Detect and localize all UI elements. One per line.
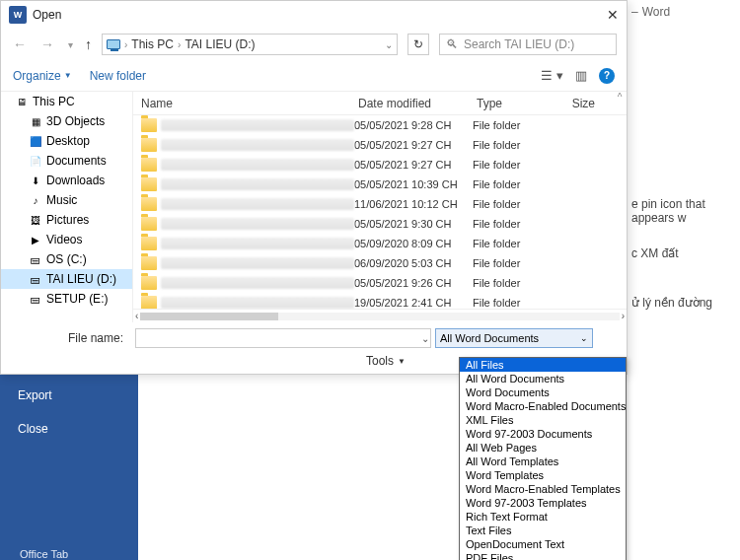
horizontal-scrollbar[interactable]: ‹ › xyxy=(133,309,627,322)
file-list: ^ Name Date modified Type Size 05/05/202… xyxy=(133,92,627,322)
refresh-button[interactable]: ↻ xyxy=(407,34,429,55)
sidebar-item-label: OS (C:) xyxy=(46,252,87,266)
help-button[interactable]: ? xyxy=(599,68,615,84)
filter-option[interactable]: OpenDocument Text xyxy=(460,537,626,551)
pics-icon: 🖼 xyxy=(29,214,42,226)
table-row[interactable]: 05/05/2021 9:27 CH File folder xyxy=(133,135,627,155)
col-name[interactable]: Name xyxy=(141,97,358,110)
cell-type: File folder xyxy=(473,119,561,131)
filter-option[interactable]: Word 97-2003 Documents xyxy=(460,427,626,441)
table-row[interactable]: 05/05/2021 9:30 CH File folder xyxy=(133,214,627,234)
close-button[interactable]: ✕ xyxy=(607,7,619,23)
search-input[interactable]: 🔍︎ Search TAI LIEU (D:) xyxy=(439,34,617,55)
table-row[interactable]: 05/09/2020 8:09 CH File folder xyxy=(133,234,627,253)
table-row[interactable]: 05/05/2021 9:26 CH File folder xyxy=(133,273,627,293)
table-row[interactable]: 19/05/2021 2:41 CH File folder xyxy=(133,293,627,309)
sidebar-item-label: Music xyxy=(46,193,77,207)
sidebar-item[interactable]: ▦3D Objects xyxy=(1,111,132,131)
scroll-right-icon[interactable]: › xyxy=(622,311,625,321)
filter-option[interactable]: Word Macro-Enabled Documents xyxy=(460,399,626,413)
preview-pane-button[interactable]: ▥ xyxy=(575,68,587,83)
sidebar-item[interactable]: 🖼Pictures xyxy=(1,210,132,230)
back-button[interactable]: ← xyxy=(11,35,29,54)
filter-option[interactable]: All Word Documents xyxy=(460,372,626,385)
tools-button[interactable]: Tools ▼ xyxy=(366,354,406,368)
3d-icon: ▦ xyxy=(29,115,42,127)
filter-option[interactable]: XML Files xyxy=(460,413,626,427)
backstage-export[interactable]: Export xyxy=(0,379,138,412)
address-bar[interactable]: › This PC › TAI LIEU (D:) ⌄ xyxy=(102,34,398,55)
scroll-up-icon[interactable]: ^ xyxy=(613,92,627,103)
filter-option[interactable]: Word 97-2003 Templates xyxy=(460,496,626,510)
sidebar-item[interactable]: 🖴SETUP (E:) xyxy=(1,289,132,309)
drive-icon: 🖴 xyxy=(29,273,42,285)
recent-dropdown[interactable]: ▾ xyxy=(66,37,75,52)
folder-icon xyxy=(141,138,157,152)
chevron-down-icon: ▼ xyxy=(398,357,406,366)
file-name-redacted xyxy=(161,119,354,131)
toolbar: Organize▼ New folder ☰ ▾ ▥ ? xyxy=(1,60,627,92)
column-headers: Name Date modified Type Size xyxy=(133,92,627,115)
backstage-close[interactable]: Close xyxy=(0,412,138,446)
table-row[interactable]: 05/05/2021 9:27 CH File folder xyxy=(133,155,627,175)
backstage-office-tab[interactable]: Office Tab xyxy=(20,548,68,560)
sidebar-item[interactable]: ♪Music xyxy=(1,190,132,210)
filename-input[interactable] xyxy=(135,328,431,348)
sidebar-item[interactable]: 🖴TAI LIEU (D:) xyxy=(1,269,132,289)
table-row[interactable]: 05/05/2021 9:28 CH File folder xyxy=(133,115,627,135)
organize-button[interactable]: Organize▼ xyxy=(13,69,72,83)
col-size[interactable]: Size xyxy=(565,97,605,110)
file-type-dropdown[interactable]: All FilesAll Word DocumentsWord Document… xyxy=(459,357,627,560)
sidebar-item[interactable]: ⬇Downloads xyxy=(1,171,132,190)
path-dropdown-icon[interactable]: ⌄ xyxy=(385,39,393,50)
sidebar-item[interactable]: 🖴OS (C:) xyxy=(1,249,132,269)
filter-option[interactable]: PDF Files xyxy=(460,551,626,560)
scroll-left-icon[interactable]: ‹ xyxy=(135,311,138,321)
file-type-filter[interactable]: All Word Documents ⌄ xyxy=(435,328,593,348)
table-row[interactable]: 06/09/2020 5:03 CH File folder xyxy=(133,253,627,273)
filter-option[interactable]: All Web Pages xyxy=(460,441,626,455)
sidebar-item-label: Desktop xyxy=(46,134,90,148)
col-date[interactable]: Date modified xyxy=(358,97,477,110)
table-row[interactable]: 11/06/2021 10:12 CH File folder xyxy=(133,194,627,214)
cell-date: 05/05/2021 9:28 CH xyxy=(354,119,473,131)
app-title-suffix: Word xyxy=(642,5,670,19)
new-folder-button[interactable]: New folder xyxy=(90,69,146,83)
desktop-icon: 🟦 xyxy=(29,135,42,147)
filter-option[interactable]: Word Templates xyxy=(460,468,626,482)
breadcrumb-drive[interactable]: TAI LIEU (D:) xyxy=(185,37,255,51)
sidebar-item-label: 3D Objects xyxy=(46,114,105,128)
filename-dropdown-icon[interactable]: ⌄ xyxy=(421,333,429,344)
cell-type: File folder xyxy=(473,139,561,151)
filter-option[interactable]: Text Files xyxy=(460,524,626,537)
sidebar-item-label: Documents xyxy=(46,154,107,168)
sidebar-item[interactable]: 📄Documents xyxy=(1,151,132,171)
filter-option[interactable]: Word Macro-Enabled Templates xyxy=(460,482,626,496)
cell-date: 06/09/2020 5:03 CH xyxy=(354,257,473,269)
table-row[interactable]: 05/05/2021 10:39 CH File folder xyxy=(133,175,627,194)
filter-option[interactable]: Word Documents xyxy=(460,385,626,399)
sidebar-item[interactable]: 🖥This PC xyxy=(1,92,132,111)
nav-tree: 🖥This PC▦3D Objects🟦Desktop📄Documents⬇Do… xyxy=(1,92,133,322)
search-icon: 🔍︎ xyxy=(446,37,458,51)
sidebar-item-label: Videos xyxy=(46,233,82,246)
pc-icon xyxy=(107,39,120,49)
folder-icon xyxy=(141,237,157,250)
view-mode-button[interactable]: ☰ ▾ xyxy=(541,68,563,83)
down-icon: ⬇ xyxy=(29,175,42,186)
chevron-right-icon: › xyxy=(178,39,181,50)
up-button[interactable]: ↑ xyxy=(85,36,92,52)
forward-button[interactable]: → xyxy=(38,35,56,54)
breadcrumb-this-pc[interactable]: This PC xyxy=(131,37,174,51)
file-name-redacted xyxy=(161,257,354,269)
sidebar-item-label: TAI LIEU (D:) xyxy=(46,272,116,286)
filter-option[interactable]: Rich Text Format xyxy=(460,510,626,524)
filter-option[interactable]: All Word Templates xyxy=(460,455,626,468)
scroll-track[interactable] xyxy=(140,313,619,320)
col-type[interactable]: Type xyxy=(477,97,565,110)
sidebar-item[interactable]: ▶Videos xyxy=(1,230,132,249)
scroll-thumb[interactable] xyxy=(140,313,278,320)
file-name-redacted xyxy=(161,198,354,210)
filter-option[interactable]: All Files xyxy=(460,358,626,372)
sidebar-item[interactable]: 🟦Desktop xyxy=(1,131,132,151)
